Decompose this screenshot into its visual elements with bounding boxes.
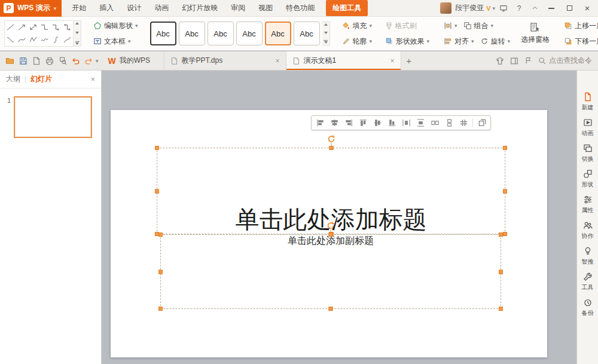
equal-width-icon[interactable]: [428, 117, 442, 130]
tab-slideshow[interactable]: 幻灯片放映: [175, 0, 224, 16]
align-right-icon[interactable]: [341, 117, 356, 130]
tab-view[interactable]: 视图: [252, 0, 279, 16]
distribute-vertical-icon[interactable]: [413, 117, 428, 130]
shape-effects-button[interactable]: 形状效果▾: [383, 35, 432, 48]
tab-outline[interactable]: 大纲: [6, 74, 20, 84]
panel-layout-icon[interactable]: [510, 57, 518, 65]
editing-canvas[interactable]: 单击此处添加标题 单击此处添加副标题: [102, 71, 576, 364]
elbow-connector-icon[interactable]: [39, 21, 50, 33]
scroll-up-icon[interactable]: [75, 22, 79, 25]
tab-insert[interactable]: 插入: [93, 0, 120, 16]
align-bottom-icon[interactable]: [385, 117, 399, 130]
scroll-down-icon[interactable]: [324, 32, 328, 34]
align-top-icon[interactable]: [356, 117, 370, 130]
tab-animation[interactable]: 动画: [148, 0, 175, 16]
new-tab-button[interactable]: +: [401, 51, 417, 70]
sidebar-item-backup[interactable]: 备份: [577, 298, 598, 317]
open-folder-icon[interactable]: [4, 54, 16, 68]
scroll-up-icon[interactable]: [324, 23, 328, 26]
resize-handle[interactable]: [503, 146, 507, 150]
shape-style-preset[interactable]: Abc: [236, 22, 263, 45]
collapse-ribbon-icon[interactable]: [527, 2, 542, 15]
align-button[interactable]: 对齐▾: [441, 35, 477, 48]
slide-surface[interactable]: 单击此处添加标题 单击此处添加副标题: [111, 110, 547, 357]
sidebar-item-tools[interactable]: 工具: [577, 272, 598, 292]
sidebar-item-collaborate[interactable]: 协作: [577, 221, 598, 240]
rotate-handle-icon[interactable]: [327, 134, 335, 143]
sidebar-item-transition[interactable]: 切换: [577, 143, 598, 163]
resize-handle[interactable]: [499, 233, 503, 237]
fill-button[interactable]: 填充▾: [340, 19, 382, 33]
grid-align-icon[interactable]: [456, 117, 471, 130]
resize-handle[interactable]: [329, 307, 333, 311]
screen-share-icon[interactable]: [496, 2, 511, 15]
undo-icon[interactable]: [69, 54, 82, 68]
maximize-button[interactable]: [561, 0, 578, 17]
align-center-h-icon[interactable]: [327, 117, 341, 130]
redo-icon[interactable]: [83, 54, 95, 68]
print-preview-icon[interactable]: [56, 54, 69, 68]
user-avatar[interactable]: [440, 2, 451, 14]
wps-logo-menu[interactable]: P WPS 演示 ▾: [0, 0, 62, 17]
find-command-search[interactable]: 点击查找命令: [538, 56, 592, 66]
resize-handle[interactable]: [329, 233, 333, 237]
export-icon[interactable]: [30, 54, 42, 68]
resize-handle[interactable]: [499, 270, 503, 274]
slide-thumbnail-selected[interactable]: [14, 96, 92, 138]
sidebar-item-animation[interactable]: 动画: [577, 118, 598, 137]
close-tab-icon[interactable]: ×: [276, 57, 280, 65]
subtitle-placeholder[interactable]: 单击此处添加副标题: [160, 234, 501, 309]
resize-handle[interactable]: [329, 146, 333, 150]
send-backward-button[interactable]: 下移一层▾: [562, 35, 598, 48]
distribute-horizontal-icon[interactable]: [399, 117, 413, 130]
tab-design[interactable]: 设计: [120, 0, 148, 16]
distribute-button[interactable]: ▾: [441, 19, 460, 33]
resize-handle[interactable]: [158, 233, 163, 237]
equal-height-icon[interactable]: [442, 117, 456, 130]
rotate-handle-icon[interactable]: [327, 221, 335, 230]
shape-style-preset-selected[interactable]: Abc: [265, 22, 291, 45]
close-tab-icon[interactable]: ×: [390, 57, 395, 65]
resize-handle[interactable]: [503, 232, 507, 236]
shape-style-preset[interactable]: Abc: [179, 22, 205, 45]
help-icon[interactable]: ?: [512, 2, 526, 15]
resize-handle[interactable]: [158, 307, 163, 311]
scribble-icon[interactable]: [39, 33, 50, 46]
shape-style-preset[interactable]: Abc: [150, 22, 176, 45]
tab-review[interactable]: 审阅: [224, 0, 252, 16]
text-box-button[interactable]: 文本框▾: [91, 35, 141, 48]
selection-pane-button[interactable]: 选择窗格: [518, 19, 552, 48]
sidebar-item-properties[interactable]: 属性: [577, 195, 598, 215]
shape-style-preset[interactable]: Abc: [208, 22, 234, 45]
s-curve-2-icon[interactable]: [62, 33, 73, 46]
flag-icon[interactable]: [524, 57, 532, 65]
elbow-arrow-connector-icon[interactable]: [50, 21, 62, 33]
outline-button[interactable]: 轮廓▾: [340, 35, 382, 48]
tab-special-features[interactable]: 特色功能: [279, 0, 321, 16]
arrow-icon[interactable]: [16, 21, 28, 33]
sidebar-item-new[interactable]: 新建: [577, 92, 598, 112]
scroll-down-icon[interactable]: [75, 32, 79, 34]
resize-handle[interactable]: [155, 189, 159, 193]
s-curve-icon[interactable]: [50, 33, 62, 46]
user-menu-caret-icon[interactable]: ▾: [492, 5, 495, 11]
edit-shape-button[interactable]: 编辑形状▾: [91, 19, 141, 33]
freeform-icon[interactable]: [28, 33, 39, 46]
sidebar-item-smart[interactable]: 智推: [577, 246, 598, 266]
minimize-button[interactable]: [543, 0, 560, 17]
resize-handle[interactable]: [155, 146, 159, 150]
close-button[interactable]: ×: [579, 0, 596, 17]
close-panel-icon[interactable]: ×: [90, 75, 95, 84]
tab-my-wps[interactable]: W 我的WPS: [102, 51, 164, 70]
tab-slides[interactable]: 幻灯片: [30, 74, 52, 84]
format-painter-button[interactable]: 格式刷: [383, 19, 419, 33]
double-arrow-icon[interactable]: [28, 21, 39, 33]
shape-style-preset[interactable]: Abc: [294, 22, 320, 45]
elbow-double-arrow-icon[interactable]: [62, 21, 73, 33]
resize-handle[interactable]: [503, 189, 507, 193]
curve-icon[interactable]: [16, 33, 28, 46]
tab-drawing-tools[interactable]: 绘图工具: [326, 0, 368, 16]
tab-document-active[interactable]: 演示文稿1 ×: [286, 51, 401, 70]
snap-rotate-icon[interactable]: [475, 117, 489, 130]
bring-forward-button[interactable]: 上移一层▾: [562, 19, 598, 33]
